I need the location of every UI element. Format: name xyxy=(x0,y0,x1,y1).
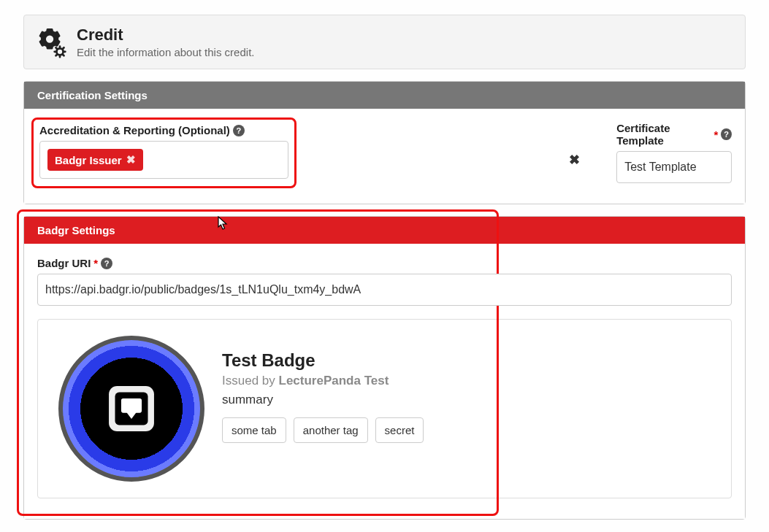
badge-tags: some tab another tag secret xyxy=(222,417,424,443)
badge-issued-by: Issued by LecturePanda Test xyxy=(222,374,424,388)
accreditation-input[interactable]: Badgr Issuer ✖ ✖ xyxy=(39,141,288,179)
clear-input-icon[interactable]: ✖ xyxy=(569,152,580,168)
certificate-template-select[interactable]: Test Template xyxy=(616,151,732,183)
help-icon[interactable]: ? xyxy=(101,258,112,269)
help-icon[interactable]: ? xyxy=(233,125,245,136)
page-subtitle: Edit the information about this credit. xyxy=(77,46,254,58)
badgr-settings-header: Badgr Settings xyxy=(24,217,745,244)
certification-settings-header: Certification Settings xyxy=(24,82,745,109)
page-title: Credit xyxy=(77,26,254,45)
badge-preview-card: Test Badge Issued by LecturePanda Test s… xyxy=(37,319,732,498)
badgr-settings-panel: Badgr Settings Badgr URI* ? xyxy=(23,216,746,520)
badge-name: Test Badge xyxy=(222,350,424,371)
badgr-issuer-tag[interactable]: Badgr Issuer ✖ xyxy=(47,149,143,171)
help-icon[interactable]: ? xyxy=(721,128,732,140)
badge-tag[interactable]: some tab xyxy=(222,417,286,443)
accreditation-highlight: Accreditation & Reporting (Optional) ? B… xyxy=(31,117,296,188)
badgr-uri-label: Badgr URI* ? xyxy=(37,257,112,269)
page-header-card: Credit Edit the information about this c… xyxy=(23,15,746,69)
badgr-uri-field[interactable] xyxy=(45,283,724,296)
certificate-template-label: Certificate Template* ? xyxy=(616,122,732,147)
badge-summary: summary xyxy=(222,393,424,407)
svg-rect-3 xyxy=(121,398,142,413)
accreditation-label: Accreditation & Reporting (Optional) ? xyxy=(39,124,245,136)
gears-icon xyxy=(36,26,68,58)
badgr-uri-input[interactable] xyxy=(37,274,732,306)
remove-tag-icon[interactable]: ✖ xyxy=(126,153,136,166)
certification-settings-panel: Certification Settings Accreditation & R… xyxy=(23,81,746,204)
badge-image xyxy=(58,336,204,482)
badge-tag[interactable]: another tag xyxy=(294,417,368,443)
badge-tag[interactable]: secret xyxy=(375,417,424,443)
